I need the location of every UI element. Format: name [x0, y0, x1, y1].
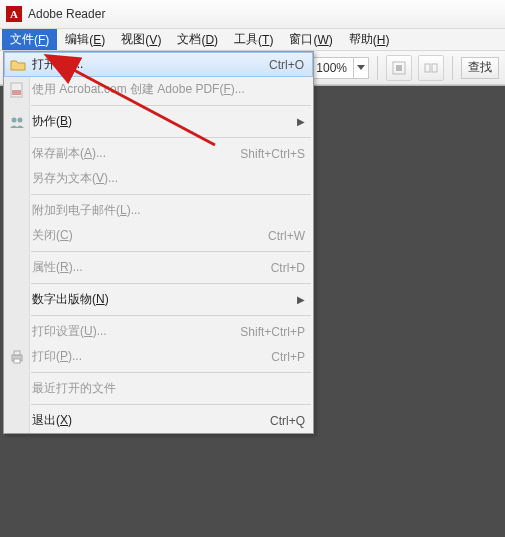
menu-tools[interactable]: 工具(T) — [226, 29, 281, 50]
menu-separator — [31, 315, 311, 316]
menu-file-label: 文件 — [10, 31, 34, 48]
menu-item-print: 打印(P)... Ctrl+P — [4, 344, 313, 369]
svg-rect-5 — [12, 90, 21, 95]
menu-item-save-copy: 保存副本(A)... Shift+Ctrl+S — [4, 141, 313, 166]
menu-separator — [31, 137, 311, 138]
toolbar-separator — [377, 56, 378, 80]
menu-separator — [31, 372, 311, 373]
title-bar: A Adobe Reader — [0, 0, 505, 29]
folder-open-icon — [10, 57, 26, 73]
menu-item-close: 关闭(C) Ctrl+W — [4, 223, 313, 248]
menu-item-collaborate[interactable]: 协作(B) ▶ — [4, 109, 313, 134]
shortcut-label: Ctrl+O — [269, 58, 304, 72]
zoom-combo[interactable]: 100% — [309, 57, 369, 79]
menu-document[interactable]: 文档(D) — [169, 29, 226, 50]
menu-item-digital-publications[interactable]: 数字出版物(N) ▶ — [4, 287, 313, 312]
app-title: Adobe Reader — [28, 7, 105, 21]
svg-rect-2 — [425, 64, 430, 72]
menu-separator — [31, 404, 311, 405]
svg-rect-3 — [432, 64, 437, 72]
find-label: 查找 — [468, 59, 492, 76]
menu-window[interactable]: 窗口(W) — [281, 29, 340, 50]
menu-file[interactable]: 文件(F) — [2, 29, 57, 50]
menu-separator — [31, 251, 311, 252]
printer-icon — [9, 349, 25, 365]
app-icon: A — [6, 6, 22, 22]
menu-item-create-pdf[interactable]: 使用 Acrobat.com 创建 Adobe PDF(F)... — [4, 77, 313, 102]
file-dropdown: 打开(O)... Ctrl+O 使用 Acrobat.com 创建 Adobe … — [3, 51, 314, 434]
chevron-down-icon[interactable] — [354, 65, 368, 71]
menu-separator — [31, 194, 311, 195]
zoom-value: 100% — [310, 58, 354, 78]
menu-view[interactable]: 视图(V) — [113, 29, 169, 50]
menu-item-open[interactable]: 打开(O)... Ctrl+O — [4, 52, 313, 77]
svg-rect-9 — [14, 351, 20, 355]
toolbar-button-b[interactable] — [418, 55, 444, 81]
menu-help[interactable]: 帮助(H) — [341, 29, 398, 50]
menu-item-exit[interactable]: 退出(X) Ctrl+Q — [4, 408, 313, 433]
toolbar-button-a[interactable] — [386, 55, 412, 81]
menu-item-attach-email: 附加到电子邮件(L)... — [4, 198, 313, 223]
people-icon — [9, 114, 25, 130]
find-button[interactable]: 查找 — [461, 57, 499, 79]
menu-separator — [31, 105, 311, 106]
menu-separator — [31, 283, 311, 284]
menu-item-print-setup: 打印设置(U)... Shift+Ctrl+P — [4, 319, 313, 344]
menu-bar: 文件(F) 编辑(E) 视图(V) 文档(D) 工具(T) 窗口(W) 帮助(H… — [0, 29, 505, 51]
submenu-arrow-icon: ▶ — [297, 116, 305, 127]
menu-item-recent-files: 最近打开的文件 — [4, 376, 313, 401]
submenu-arrow-icon: ▶ — [297, 294, 305, 305]
svg-rect-10 — [14, 359, 20, 363]
svg-point-7 — [18, 117, 23, 122]
menu-edit[interactable]: 编辑(E) — [57, 29, 113, 50]
svg-point-6 — [12, 117, 17, 122]
pdf-icon — [9, 82, 25, 98]
menu-item-properties: 属性(R)... Ctrl+D — [4, 255, 313, 280]
svg-rect-1 — [396, 65, 402, 71]
menu-item-save-as-text: 另存为文本(V)... — [4, 166, 313, 191]
toolbar-separator — [452, 56, 453, 80]
